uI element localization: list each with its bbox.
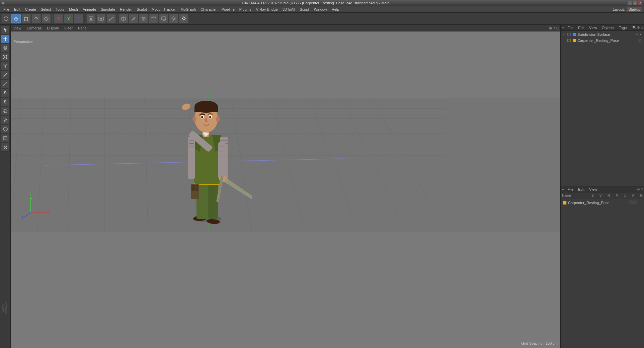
tool-x-axis[interactable]: X [54, 14, 63, 23]
viewport-menu-display[interactable]: Display [46, 26, 60, 30]
col-name[interactable]: Name [562, 194, 589, 197]
tool-group[interactable] [149, 14, 158, 23]
viewport-menu-cameras[interactable]: Cameras [25, 26, 43, 30]
col-m[interactable]: M [616, 194, 619, 197]
col-a[interactable]: A [632, 194, 634, 197]
col-l[interactable]: L [624, 194, 626, 197]
menu-tools[interactable]: Tools [54, 7, 66, 12]
tool-y-axis[interactable]: Y [64, 14, 73, 23]
menu-sculpt[interactable]: Sculpt [135, 7, 149, 12]
tool-render-region[interactable] [86, 14, 96, 23]
menu-select[interactable]: Select [39, 7, 53, 12]
objects-menu-view[interactable]: View [588, 26, 598, 30]
attributes-menu-file[interactable]: File [566, 187, 575, 191]
viewport-menu-panel[interactable]: Panel [77, 26, 89, 30]
tool-undo[interactable] [1, 14, 11, 23]
attributes-panel-icon-settings[interactable]: ⚙ [637, 187, 640, 191]
viewport-menu-filter[interactable]: Filter [63, 26, 74, 30]
separator-2 [85, 15, 85, 23]
attributes-panel-icon-expand[interactable]: □ [641, 187, 643, 191]
tool-curve[interactable] [1, 80, 10, 88]
menu-plugins[interactable]: Plugins [237, 7, 253, 12]
menu-animate[interactable]: Animate [81, 7, 98, 12]
tool-polygon[interactable] [1, 125, 10, 134]
tool-move[interactable] [11, 14, 21, 23]
tool-letter-s[interactable]: S [1, 89, 10, 97]
tool-screen[interactable] [159, 14, 168, 23]
col-r[interactable]: R [608, 194, 610, 197]
objects-menu-objects[interactable]: Objects [600, 26, 616, 30]
col-s[interactable]: S [591, 194, 594, 197]
tool-move-3d[interactable] [1, 34, 10, 43]
menu-vray[interactable]: V-Ray Bridge [254, 7, 280, 12]
svg-marker-9 [100, 18, 102, 20]
objects-panel-icon-settings[interactable]: ⚙ [637, 26, 640, 29]
svg-point-37 [4, 47, 7, 49]
object-carpenter[interactable]: Carpenter_Resting_Pose □ □ [561, 37, 643, 44]
attributes-menu-edit[interactable]: Edit [577, 187, 586, 191]
viewport[interactable]: View Cameras Display Filter Panel ⊕ ↑ □ [11, 25, 560, 348]
tool-sculpt[interactable] [1, 107, 10, 115]
layout-value[interactable]: Startup [626, 7, 643, 12]
tool-paint[interactable] [1, 116, 10, 124]
menu-character[interactable]: Character [198, 7, 219, 12]
svg-point-22 [183, 17, 185, 19]
col-v[interactable]: V [599, 194, 602, 197]
tool-letter-s2[interactable]: S [1, 98, 10, 106]
objects-panel-icon-expand[interactable]: □ [641, 26, 643, 29]
menu-create[interactable]: Create [23, 7, 38, 12]
tool-light[interactable] [179, 14, 188, 23]
menu-help[interactable]: Help [330, 7, 341, 12]
tool-rotate[interactable] [31, 14, 41, 23]
menu-render[interactable]: Render [118, 7, 134, 12]
tool-pointer[interactable] [1, 25, 10, 34]
viewport-icon-settings[interactable]: ⊕ [549, 26, 552, 30]
menu-simulate[interactable]: Simulate [99, 7, 117, 12]
menu-window[interactable]: Window [312, 7, 329, 12]
col-g[interactable]: G [640, 194, 643, 197]
menu-pipeline[interactable]: Pipeline [220, 7, 237, 12]
objects-menu-file[interactable]: File [566, 26, 575, 30]
attr-sv-check[interactable] [629, 200, 637, 205]
tool-scale-3d[interactable] [1, 53, 10, 61]
tool-all-axes[interactable] [1, 62, 10, 70]
tool-particles[interactable] [1, 143, 10, 152]
tool-pencil[interactable] [129, 14, 138, 23]
tool-z-axis[interactable]: Z [74, 14, 83, 23]
svg-rect-137 [629, 201, 632, 204]
tool-render-to-picture[interactable] [96, 14, 106, 23]
maximize-button[interactable]: □ [633, 1, 637, 5]
menu-edit[interactable]: Edit [12, 7, 22, 12]
minimize-button[interactable]: — [627, 1, 632, 5]
tool-cube[interactable] [119, 14, 128, 23]
tool-null[interactable] [139, 14, 148, 23]
svg-marker-35 [7, 38, 7, 39]
tool-rotate-3d[interactable] [1, 44, 10, 52]
tool-line[interactable] [1, 71, 10, 79]
viewport-icon-maximize[interactable]: □ [557, 26, 559, 30]
svg-rect-96 [191, 185, 195, 191]
menu-file[interactable]: File [1, 7, 11, 12]
objects-menu-tags[interactable]: Tags [618, 26, 628, 30]
object-subdivision-surface[interactable]: ▶ Subdivision Surface ✓ ✓ [561, 31, 643, 37]
menu-3dtoall[interactable]: 3DToAll [280, 7, 297, 12]
objects-panel-icon-search[interactable]: 🔍 [632, 26, 636, 29]
close-button[interactable]: ✕ [638, 1, 643, 5]
tool-transform[interactable] [42, 14, 51, 23]
objects-menu-edit[interactable]: Edit [577, 26, 586, 30]
tool-render-settings[interactable] [106, 14, 116, 23]
viewport-canvas[interactable]: X Y Z Perspective Grid Spacing : 100 cm [11, 31, 560, 348]
viewport-menu-view[interactable]: View [12, 26, 23, 30]
attribute-carpenter-row[interactable]: Carpenter_Resting_Pose ⋯ [561, 200, 643, 206]
attr-more-icons[interactable]: ⋯ [639, 201, 642, 204]
tool-settings[interactable] [169, 14, 178, 23]
viewport-icon-up[interactable]: ↑ [553, 26, 555, 30]
menu-mograph[interactable]: MoGraph [178, 7, 198, 12]
menu-motion-tracker[interactable]: Motion Tracker [150, 7, 178, 12]
attributes-menu-view[interactable]: View [588, 187, 598, 191]
menu-mesh[interactable]: Mesh [67, 7, 80, 12]
attr-color-dot [563, 201, 567, 205]
tool-texture[interactable] [1, 134, 10, 143]
tool-scale[interactable] [21, 14, 31, 23]
menu-script[interactable]: Script [298, 7, 311, 12]
